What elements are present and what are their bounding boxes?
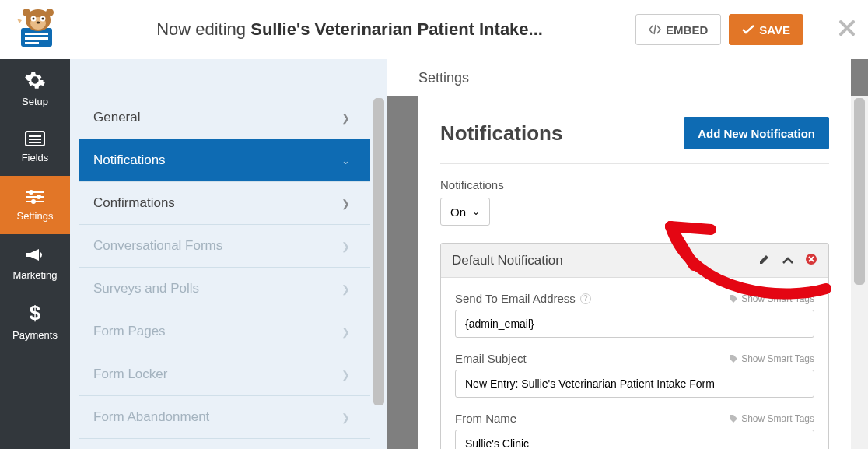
svg-point-20 — [37, 195, 41, 199]
notifications-toggle[interactable]: On ⌄ — [440, 198, 490, 226]
embed-button[interactable]: EMBED — [635, 14, 721, 45]
nav-item-form-abandonment[interactable]: Form Abandonment❯ — [79, 396, 370, 439]
nav-label: General — [93, 110, 140, 125]
nav-label: Confirmations — [93, 195, 175, 211]
main-panel: Settings Notifications Add New Notificat… — [387, 59, 868, 449]
rail-item-payments[interactable]: $ Payments — [0, 293, 70, 351]
tag-icon — [729, 414, 738, 423]
nav-label: Conversational Forms — [93, 238, 222, 254]
chevron-down-icon: ⌄ — [341, 155, 350, 167]
help-icon[interactable]: ? — [580, 293, 591, 304]
svg-rect-3 — [25, 42, 39, 44]
app-logo — [12, 4, 64, 55]
chevron-right-icon: ❯ — [341, 326, 350, 338]
nav-label: Surveys and Polls — [93, 281, 199, 296]
page-title: Notifications — [440, 121, 562, 146]
notification-block-title: Default Notification — [452, 253, 563, 268]
svg-point-22 — [31, 199, 36, 204]
tag-icon — [729, 294, 738, 303]
list-icon — [24, 130, 46, 147]
rail-label-settings: Settings — [17, 210, 54, 222]
left-rail: Setup Fields Settings Marketing $ Paymen… — [0, 59, 70, 449]
main-scrollbar[interactable] — [851, 96, 868, 449]
topbar: Now editing Sullie's Veterinarian Patien… — [0, 0, 868, 59]
show-smart-tags-link[interactable]: Show Smart Tags — [729, 293, 814, 304]
rail-label-marketing: Marketing — [12, 269, 57, 281]
chevron-right-icon: ❯ — [341, 412, 350, 423]
code-icon — [649, 24, 661, 35]
embed-label: EMBED — [666, 23, 708, 37]
svg-point-8 — [33, 18, 35, 20]
rail-item-setup[interactable]: Setup — [0, 59, 70, 118]
card-header: Notifications Add New Notification — [440, 117, 829, 164]
dollar-icon: $ — [28, 303, 42, 324]
nav-item-form-locker[interactable]: Form Locker❯ — [79, 353, 370, 396]
settings-nav-panel: General❯ Notifications⌄ Confirmations❯ C… — [70, 59, 387, 449]
nav-label: Form Pages — [93, 324, 166, 339]
close-button[interactable] — [838, 17, 856, 42]
chevron-right-icon: ❯ — [341, 283, 350, 295]
nav-label: Notifications — [93, 153, 166, 168]
nav-item-surveys-and-polls[interactable]: Surveys and Polls❯ — [79, 268, 370, 310]
notification-block-header: Default Notification — [441, 244, 828, 278]
svg-rect-1 — [25, 33, 48, 35]
field-label-subject: Email Subject — [455, 352, 527, 365]
show-smart-tags-link[interactable]: Show Smart Tags — [729, 413, 814, 424]
rail-item-marketing[interactable]: Marketing — [0, 234, 70, 293]
chevron-down-icon: ⌄ — [472, 206, 480, 217]
svg-point-11 — [23, 9, 30, 16]
svg-rect-2 — [25, 37, 48, 40]
rail-label-fields: Fields — [22, 152, 49, 163]
show-smart-tags-link[interactable]: Show Smart Tags — [729, 353, 814, 364]
rail-item-settings[interactable]: Settings — [0, 176, 70, 234]
rail-label-setup: Setup — [22, 96, 48, 107]
nav-item-confirmations[interactable]: Confirmations❯ — [79, 182, 370, 225]
nav-item-notifications[interactable]: Notifications⌄ — [79, 139, 370, 182]
nav-label: Form Abandonment — [93, 409, 209, 425]
settings-nav-list: General❯ Notifications⌄ Confirmations❯ C… — [79, 96, 370, 449]
chevron-up-icon[interactable] — [782, 254, 794, 268]
notifications-card: Notifications Add New Notification Notif… — [418, 96, 851, 449]
now-editing-label: Now editing — [156, 19, 246, 39]
rail-item-fields[interactable]: Fields — [0, 118, 70, 176]
nav-item-general[interactable]: General❯ — [79, 96, 370, 139]
svg-point-18 — [29, 190, 33, 195]
notification-block: Default Notification Send To Email Addre… — [440, 243, 829, 449]
scrollbar-thumb[interactable] — [373, 98, 384, 405]
check-icon — [742, 25, 754, 34]
workspace: Setup Fields Settings Marketing $ Paymen… — [0, 59, 868, 449]
nav-label: Form Locker — [93, 367, 167, 382]
svg-point-10 — [37, 21, 40, 23]
now-editing: Now editing Sullie's Veterinarian Patien… — [64, 19, 635, 40]
field-label-sendto: Send To Email Address — [455, 292, 576, 305]
add-new-notification-button[interactable]: Add New Notification — [684, 117, 829, 149]
delete-icon[interactable] — [805, 253, 817, 268]
chevron-right-icon: ❯ — [341, 240, 350, 252]
send-to-input[interactable] — [455, 310, 814, 338]
chevron-right-icon: ❯ — [341, 369, 350, 381]
nav-item-form-pages[interactable]: Form Pages❯ — [79, 310, 370, 353]
field-from-name: From Name Show Smart Tags — [455, 412, 814, 449]
tag-icon — [729, 354, 738, 363]
from-name-input[interactable] — [455, 430, 814, 449]
settings-nav-scrollbar[interactable] — [370, 96, 387, 449]
close-icon — [838, 19, 856, 37]
rail-label-payments: Payments — [12, 329, 58, 341]
main-inner: Notifications Add New Notification Notif… — [387, 96, 868, 449]
settings-nav-body: General❯ Notifications⌄ Confirmations❯ C… — [70, 96, 387, 449]
now-editing-formname: Sullie's Veterinarian Patient Intake... — [250, 19, 543, 39]
gear-icon — [24, 69, 46, 91]
field-send-to: Send To Email Address ? Show Smart Tags — [455, 292, 814, 338]
email-subject-input[interactable] — [455, 370, 814, 398]
scrollbar-thumb[interactable] — [854, 98, 865, 285]
save-label: SAVE — [759, 23, 790, 37]
main-settings-header-label: Settings — [418, 70, 469, 86]
notifications-toggle-label: Notifications — [440, 178, 829, 191]
main-settings-header: Settings — [387, 59, 851, 96]
nav-item-conversational-forms[interactable]: Conversational Forms❯ — [79, 225, 370, 268]
notifications-toggle-value: On — [450, 205, 466, 219]
bullhorn-icon — [24, 246, 46, 265]
save-button[interactable]: SAVE — [729, 14, 803, 45]
field-email-subject: Email Subject Show Smart Tags — [455, 352, 814, 398]
edit-icon[interactable] — [758, 253, 771, 268]
